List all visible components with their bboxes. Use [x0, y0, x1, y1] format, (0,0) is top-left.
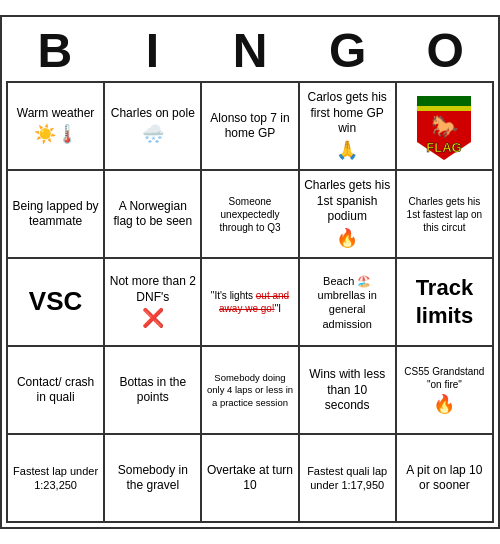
cell-r4c4: Wins with less than 10 seconds: [300, 347, 397, 435]
cell-text: "It's lights out and away we go!"I: [206, 289, 293, 315]
cell-r1c2: Charles on pole 🌨️: [105, 83, 202, 171]
cell-text: Not more than 2 DNF's: [109, 274, 196, 305]
letter-n: N: [201, 21, 299, 82]
cell-r4c2: Bottas in the points: [105, 347, 202, 435]
cell-r3c4: Beach 🏖️ umbrellas in general admission: [300, 259, 397, 347]
cell-r3c2: Not more than 2 DNF's ❌: [105, 259, 202, 347]
cell-r4c5: CS55 Grandstand "on fire" 🔥: [397, 347, 494, 435]
cell-text: Charles gets his 1st fastest lap on this…: [401, 195, 488, 234]
cell-text: A pit on lap 10 or sooner: [401, 463, 488, 494]
bingo-header: B I N G O: [6, 21, 494, 82]
cell-text: Somebody in the gravel: [109, 463, 196, 494]
cell-r1c4: Carlos gets his first home GP win 🙏: [300, 83, 397, 171]
letter-g: G: [299, 21, 397, 82]
ferrari-shield-icon: 🐎 FLAG: [413, 92, 475, 160]
cell-r5c3: Overtake at turn 10: [202, 435, 299, 523]
letter-i: I: [104, 21, 202, 82]
cell-r4c1: Contact/ crash in quali: [8, 347, 105, 435]
cell-r5c1: Fastest lap under 1:23,250: [8, 435, 105, 523]
cell-text: Contact/ crash in quali: [12, 375, 99, 406]
cell-r3c5: Track limits: [397, 259, 494, 347]
podium-emoji: 🔥: [336, 227, 358, 250]
cell-r4c3: Somebody doing only 4 laps or less in a …: [202, 347, 299, 435]
cell-text: Wins with less than 10 seconds: [304, 367, 391, 414]
svg-rect-0: [417, 96, 471, 106]
fire-emoji: 🔥: [433, 393, 455, 416]
cell-r1c5: 🐎 FLAG: [397, 83, 494, 171]
track-limits-text: Track limits: [401, 274, 488, 331]
svg-rect-1: [417, 106, 471, 111]
cell-text: Charles gets his 1st spanish podium: [304, 178, 391, 225]
cell-text: Overtake at turn 10: [206, 463, 293, 494]
cell-text: A Norwegian flag to be seen: [109, 199, 196, 230]
bingo-card: B I N G O Warm weather ☀️🌡️ Charles on p…: [0, 15, 500, 530]
cell-r3c1: VSC: [8, 259, 105, 347]
cell-r2c3: Someone unexpectedly through to Q3: [202, 171, 299, 259]
cell-text: Warm weather: [17, 106, 95, 122]
dnf-emoji: ❌: [142, 307, 164, 330]
bingo-grid: Warm weather ☀️🌡️ Charles on pole 🌨️ Alo…: [6, 81, 494, 523]
win-emoji: 🙏: [336, 139, 358, 162]
svg-text:FLAG: FLAG: [427, 140, 462, 155]
cell-text: Carlos gets his first home GP win: [304, 90, 391, 137]
cell-r5c2: Somebody in the gravel: [105, 435, 202, 523]
cell-text: Beach 🏖️ umbrellas in general admission: [304, 274, 391, 331]
cell-r2c5: Charles gets his 1st fastest lap on this…: [397, 171, 494, 259]
cell-r1c3: Alonso top 7 in home GP: [202, 83, 299, 171]
cell-text: Bottas in the points: [109, 375, 196, 406]
letter-b: B: [6, 21, 104, 82]
cell-r2c2: A Norwegian flag to be seen: [105, 171, 202, 259]
pole-emoji: 🌨️: [142, 123, 164, 146]
cell-text: Being lapped by teammate: [12, 199, 99, 230]
svg-text:🐎: 🐎: [431, 113, 459, 140]
cell-text: Someone unexpectedly through to Q3: [206, 195, 293, 234]
cell-text: Fastest lap under 1:23,250: [12, 464, 99, 493]
cell-r5c4: Fastest quali lap under 1:17,950: [300, 435, 397, 523]
cell-r5c5: A pit on lap 10 or sooner: [397, 435, 494, 523]
cell-r1c1: Warm weather ☀️🌡️: [8, 83, 105, 171]
cell-text: Fastest quali lap under 1:17,950: [304, 464, 391, 493]
weather-emoji: ☀️🌡️: [34, 123, 78, 146]
cell-r3c3: "It's lights out and away we go!"I: [202, 259, 299, 347]
letter-o: O: [396, 21, 494, 82]
cell-r2c4: Charles gets his 1st spanish podium 🔥: [300, 171, 397, 259]
vsc-text: VSC: [29, 285, 82, 319]
cell-text: CS55 Grandstand "on fire": [401, 365, 488, 391]
cell-r2c1: Being lapped by teammate: [8, 171, 105, 259]
cell-text: Charles on pole: [111, 106, 195, 122]
cell-text: Somebody doing only 4 laps or less in a …: [206, 372, 293, 409]
cell-text: Alonso top 7 in home GP: [206, 111, 293, 142]
